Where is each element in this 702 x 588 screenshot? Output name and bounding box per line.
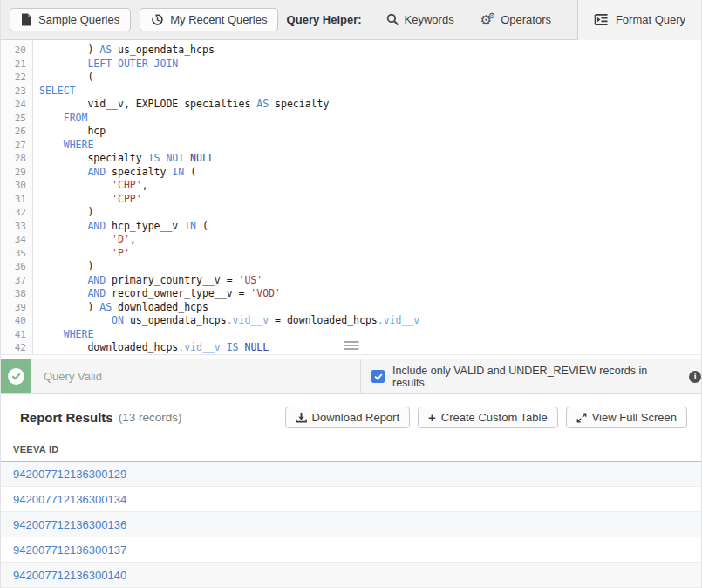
- report-results-title: Report Results: [20, 410, 113, 425]
- valid-status-box: [1, 359, 31, 393]
- code-line: AND record_owner_type__v = 'VOD': [39, 287, 701, 301]
- veeva-id-column-header: VEEVA ID: [1, 437, 701, 462]
- search-icon: [386, 13, 399, 26]
- query-helper-label: Query Helper:: [287, 13, 362, 26]
- line-number: 34: [1, 233, 32, 247]
- code-line: ): [39, 206, 701, 220]
- line-number: 38: [1, 287, 32, 301]
- veeva-id-link[interactable]: 942007712136300136: [13, 518, 126, 531]
- line-number: 42: [1, 341, 32, 355]
- line-number: 28: [1, 152, 32, 166]
- code-line: WHERE: [39, 328, 701, 342]
- create-custom-table-label: Create Custom Table: [441, 411, 548, 424]
- sample-queries-label: Sample Queries: [38, 13, 119, 26]
- code-line: hcp: [39, 125, 701, 139]
- code-line: ) AS us_opendata_hcps: [39, 44, 701, 58]
- keywords-link[interactable]: Keywords: [386, 13, 454, 26]
- query-status-bar: Query Valid Include only VALID and UNDER…: [1, 359, 701, 394]
- info-icon[interactable]: i: [689, 371, 701, 383]
- code-line: 'CPP': [39, 193, 701, 207]
- code-line: vid__v, EXPLODE specialties AS specialty: [39, 98, 701, 112]
- code-line: ) AS downloaded_hcps: [39, 301, 701, 315]
- line-number: 41: [1, 328, 32, 342]
- results-table-body: 9420077121363001299420077121363001349420…: [1, 462, 701, 588]
- line-number: 20: [1, 44, 32, 58]
- drag-handle-icon[interactable]: [344, 339, 358, 352]
- report-buttons: Download Report + Create Custom Table Vi…: [285, 407, 687, 428]
- query-status-left: Query Valid: [1, 359, 360, 393]
- operators-label: Operators: [501, 13, 551, 26]
- veeva-id-link[interactable]: 942007712136300137: [13, 544, 126, 557]
- line-number: 26: [1, 125, 32, 139]
- table-row: 942007712136300140: [1, 563, 701, 588]
- line-number: 22: [1, 71, 32, 85]
- create-custom-table-button[interactable]: + Create Custom Table: [418, 407, 558, 428]
- line-number: 39: [1, 301, 32, 315]
- line-number: 21: [1, 58, 32, 72]
- code-line: AND primary_country__v = 'US': [39, 274, 701, 288]
- veeva-id-link[interactable]: 942007712136300140: [13, 569, 126, 582]
- code-line: (: [39, 71, 701, 85]
- line-number: 31: [1, 193, 32, 207]
- my-recent-queries-label: My Recent Queries: [170, 13, 267, 26]
- report-results-header: Report Results (13 records) Download Rep…: [1, 394, 701, 437]
- code-line: ON us_opendata_hcps.vid__v = downloaded_…: [39, 314, 701, 328]
- query-valid-status: Query Valid: [44, 370, 102, 383]
- table-row: 942007712136300137: [1, 537, 701, 563]
- my-recent-queries-button[interactable]: My Recent Queries: [140, 8, 278, 31]
- download-report-button[interactable]: Download Report: [285, 407, 410, 428]
- code-line: AND specialty IN (: [39, 166, 701, 180]
- include-valid-checkbox[interactable]: [371, 370, 385, 383]
- table-row: 942007712136300134: [1, 487, 701, 512]
- gears-icon: ⚙⚙: [480, 13, 496, 26]
- table-row: 942007712136300129: [1, 462, 701, 487]
- code-line: downloaded_hcps.vid__v IS NULL: [39, 341, 701, 355]
- line-number: 24: [1, 98, 32, 112]
- line-number: 33: [1, 220, 32, 234]
- line-number: 32: [1, 206, 32, 220]
- line-number-gutter: 2021222324252627282930313233343536373839…: [1, 40, 33, 354]
- code-line: 'D',: [39, 233, 701, 247]
- format-query-button[interactable]: Format Query: [577, 0, 701, 40]
- query-status-right: Include only VALID and UNDER_REVIEW reco…: [360, 359, 701, 393]
- line-number: 29: [1, 166, 32, 180]
- code-line: specialty IS NOT NULL: [39, 152, 701, 166]
- view-full-screen-label: View Full Screen: [592, 411, 677, 424]
- line-number: 37: [1, 274, 32, 288]
- keywords-label: Keywords: [405, 13, 454, 26]
- download-icon: [296, 412, 307, 423]
- view-full-screen-button[interactable]: View Full Screen: [566, 407, 687, 428]
- line-number: 25: [1, 112, 32, 126]
- history-icon: [151, 13, 164, 26]
- line-number: 36: [1, 260, 32, 274]
- line-number: 30: [1, 179, 32, 193]
- code-line: LEFT OUTER JOIN: [39, 58, 701, 72]
- operators-link[interactable]: ⚙⚙ Operators: [480, 13, 551, 26]
- download-report-label: Download Report: [312, 411, 399, 424]
- veeva-id-link[interactable]: 942007712136300134: [13, 493, 126, 506]
- query-toolbar: Sample Queries My Recent Queries Query H…: [1, 0, 701, 40]
- table-row: 942007712136300136: [1, 512, 701, 537]
- plus-icon: +: [428, 411, 436, 424]
- line-number: 35: [1, 247, 32, 261]
- code-line: WHERE: [39, 139, 701, 153]
- code-line: 'CHP',: [39, 179, 701, 193]
- format-indent-icon: [594, 13, 609, 26]
- code-lines[interactable]: ) AS us_opendata_hcps LEFT OUTER JOIN (S…: [33, 40, 701, 354]
- sample-queries-button[interactable]: Sample Queries: [10, 8, 131, 31]
- veeva-id-link[interactable]: 942007712136300129: [13, 468, 126, 481]
- code-line: ): [39, 260, 701, 274]
- file-icon: [21, 13, 32, 26]
- code-line: AND hcp_type__v IN (: [39, 220, 701, 234]
- format-query-label: Format Query: [616, 13, 685, 26]
- sql-editor: 2021222324252627282930313233343536373839…: [1, 40, 701, 355]
- report-results-count: (13 records): [119, 411, 182, 424]
- check-circle-icon: [8, 368, 24, 385]
- query-tool-page: Sample Queries My Recent Queries Query H…: [0, 0, 702, 588]
- line-number: 40: [1, 314, 32, 328]
- include-valid-checkbox-label: Include only VALID and UNDER_REVIEW reco…: [392, 365, 681, 389]
- expand-icon: [576, 413, 587, 423]
- code-line: 'P': [39, 247, 701, 261]
- query-helper-group: Query Helper: Keywords ⚙⚙ Operators: [287, 13, 577, 26]
- toolbar-left-group: Sample Queries My Recent Queries: [1, 8, 278, 31]
